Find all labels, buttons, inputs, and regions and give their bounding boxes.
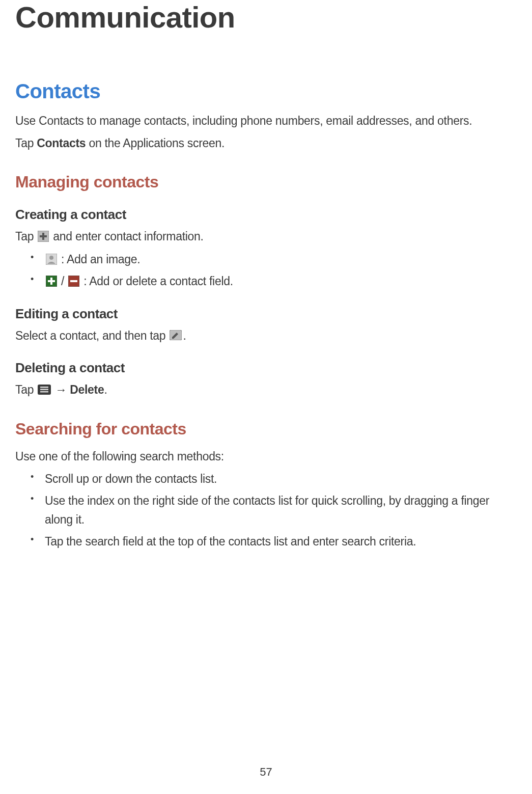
- searching-heading: Searching for contacts: [15, 420, 517, 439]
- searching-bullets: Scroll up or down the contacts list. Use…: [15, 470, 517, 551]
- text-fragment: Select a contact, and then tap: [15, 329, 169, 342]
- text-fragment: .: [104, 383, 107, 396]
- deleting-heading: Deleting a contact: [15, 360, 517, 376]
- creating-bullets: : Add an image. / : Add or delete a cont…: [15, 250, 517, 291]
- text-fragment: Tap: [15, 383, 37, 396]
- contacts-app-name: Contacts: [37, 136, 86, 150]
- contacts-intro: Use Contacts to manage contacts, includi…: [15, 112, 517, 130]
- text-fragment: : Add an image.: [58, 253, 140, 266]
- contact-photo-icon: [46, 254, 57, 265]
- contacts-heading: Contacts: [15, 80, 517, 103]
- remove-field-icon: [68, 276, 79, 287]
- delete-label: Delete: [70, 383, 104, 396]
- list-item: Scroll up or down the contacts list.: [31, 470, 517, 488]
- add-field-icon: [46, 276, 57, 287]
- editing-line: Select a contact, and then tap .: [15, 327, 517, 345]
- managing-heading: Managing contacts: [15, 173, 517, 191]
- svg-rect-12: [40, 387, 48, 388]
- creating-line: Tap and enter contact information.: [15, 228, 517, 246]
- text-fragment: : Add or delete a contact field.: [80, 275, 233, 288]
- plus-icon: [38, 231, 49, 242]
- text-fragment: on the Applications screen.: [86, 136, 225, 150]
- creating-heading: Creating a contact: [15, 207, 517, 223]
- svg-rect-9: [70, 280, 77, 282]
- list-item: : Add an image.: [31, 250, 517, 269]
- editing-heading: Editing a contact: [15, 306, 517, 322]
- svg-rect-14: [40, 391, 48, 393]
- page-title: Communication: [15, 0, 517, 34]
- text-fragment: .: [183, 329, 186, 342]
- text-fragment: Tap: [15, 230, 37, 243]
- svg-rect-7: [48, 280, 55, 282]
- svg-point-4: [49, 256, 53, 260]
- page-number: 57: [0, 765, 532, 779]
- list-item: / : Add or delete a contact field.: [31, 272, 517, 291]
- contacts-tap-line: Tap Contacts on the Applications screen.: [15, 134, 517, 153]
- text-fragment: /: [58, 275, 67, 288]
- list-item: Use the index on the right side of the c…: [31, 491, 517, 529]
- searching-intro: Use one of the following search methods:: [15, 448, 517, 466]
- text-fragment: and enter contact information.: [50, 230, 203, 243]
- deleting-line: Tap → Delete.: [15, 381, 517, 399]
- svg-rect-13: [40, 389, 48, 391]
- edit-pencil-icon: [170, 330, 182, 340]
- text-fragment: →: [52, 383, 70, 396]
- text-fragment: Tap: [15, 136, 37, 150]
- svg-rect-2: [40, 235, 47, 237]
- list-item: Tap the search field at the top of the c…: [31, 532, 517, 551]
- menu-icon: [38, 385, 51, 395]
